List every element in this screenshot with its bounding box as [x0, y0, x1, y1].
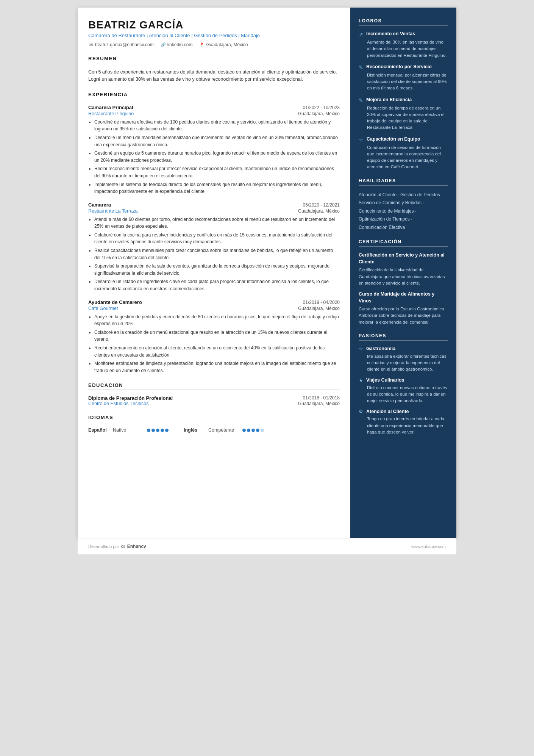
logro-title-1: Incremento en Ventas: [366, 31, 415, 36]
idioma-espanol: Español Nativo: [88, 427, 169, 433]
logro-icon-2: ✎: [359, 64, 363, 70]
candidate-subtitle: Camarera de Restaurante | Atención al Cl…: [88, 33, 340, 38]
job-title-2: Camarera: [88, 202, 111, 208]
bullet: Desarrollé un listado de ingredientes cl…: [94, 278, 340, 292]
cert-2: Curso de Maridaje de Alimentos y Vinos C…: [359, 291, 448, 326]
bullet: Desarrollé un menú de maridajes personal…: [94, 134, 340, 148]
edu-degree: Diploma de Preparación Profesional: [88, 395, 173, 401]
dot: [242, 429, 246, 432]
job-bullets-3: Apoyé en la gestión de pedidos y enero d…: [88, 313, 340, 374]
idioma-ingles: Inglés Competente: [184, 427, 264, 433]
pasion-1: ☆ Gastronomía Me apasiona explorar difer…: [359, 346, 448, 373]
job-block-1: Camarera Principal 01/2022 - 10/2023 Res…: [88, 105, 340, 195]
bullet: Supervisé la preparación de la sala de e…: [94, 263, 340, 277]
bullet: Monitoree estándares de limpieza y prese…: [94, 360, 340, 374]
edu-dates: 01/2018 - 01/2018: [303, 395, 340, 401]
edu-location: Guadalajara, México: [298, 401, 340, 406]
bullet: Recibí reconocimiento mensual por ofrece…: [94, 165, 340, 179]
edu-school: Centro de Estudios Técnicos: [88, 401, 149, 406]
pasion-title-3: Atención al Cliente: [366, 409, 409, 414]
footer-right: www.enhancv.com: [411, 544, 446, 549]
dot: [156, 429, 159, 432]
job-block-2: Camarera 05/2020 - 12/2021 Restaurante L…: [88, 202, 340, 293]
cert-text-2: Curso ofrecido por la Escuela Gastronómi…: [359, 306, 448, 326]
enhancv-brand: Enhancv: [127, 544, 146, 549]
logro-text-3: Reducción de tiempo de espera en un 20% …: [359, 105, 448, 131]
logro-text-4: Conducción de sesiones de formación que …: [359, 144, 448, 171]
pasion-icon-1: ☆: [359, 346, 363, 352]
logros-title: LOGROS: [359, 18, 448, 26]
pasion-title-1: Gastronomía: [366, 346, 395, 351]
idioma-level-espanol: Nativo: [113, 427, 143, 433]
bullet: Coordiné de manera efectiva más de 100 p…: [94, 119, 340, 133]
logro-title-2: Reconocimiento por Servicio: [366, 64, 432, 69]
idioma-name-espanol: Español: [88, 427, 109, 433]
habilidades-title: HABILIDADES: [359, 178, 448, 186]
pasion-2: ★ Viajes Culinarios Disfruto conocer nue…: [359, 377, 448, 404]
footer: Desarrollado por ∞ Enhancv www.enhancv.c…: [78, 538, 456, 554]
idioma-dots-ingles: [242, 429, 264, 432]
job-dates-2: 05/2020 - 12/2021: [303, 202, 340, 208]
job-location-3: Guadalajara, México: [298, 306, 340, 311]
logro-4: ☆ Capacitación en Equipo Conducción de s…: [359, 136, 448, 171]
footer-developed-by: Desarrollado por: [88, 544, 119, 549]
logro-text-2: Distinción mensual por alcanzar cifras d…: [359, 72, 448, 92]
header: BEATRIZ GARCÍA Camarera de Restaurante |…: [88, 19, 340, 47]
dot: [151, 429, 155, 432]
habilidad-2: Servicio de Comidas y Bebidas ·: [359, 199, 448, 207]
idioma-dots-espanol: [147, 429, 169, 432]
job-title-3: Ayudante de Camarero: [88, 299, 142, 305]
pasion-3: ⚙ Atención al Cliente Tengo un gran inte…: [359, 409, 448, 435]
idiomas-section-title: IDIOMAS: [88, 415, 340, 422]
location-icon: 📍: [199, 42, 205, 47]
contact-linkedin: 🔗 linkedin.com: [161, 42, 193, 47]
idioma-name-ingles: Inglés: [184, 427, 205, 433]
email-icon: ✉: [88, 42, 94, 47]
job-company-2: Restaurante La Terraza: [88, 208, 137, 214]
logro-3: ✎ Mejora en Eficiencia Reducción de tiem…: [359, 97, 448, 131]
enhancv-infinity-icon: ∞: [121, 543, 125, 550]
dot: [247, 429, 250, 432]
cert-1: Certificación en Servicio y Atención al …: [359, 252, 448, 286]
dot: [256, 429, 259, 432]
job-company-3: Café Gourmet: [88, 306, 118, 311]
dot: [165, 429, 169, 432]
logro-1: ↗ Incremento en Ventas Aumento del 30% e…: [359, 31, 448, 59]
job-bullets-1: Coordiné de manera efectiva más de 100 p…: [88, 119, 340, 195]
right-column: LOGROS ↗ Incremento en Ventas Aumento de…: [350, 8, 456, 538]
dot: [261, 429, 264, 432]
bullet: Colaboré en la creación de un menú estac…: [94, 329, 340, 343]
dot: [161, 429, 164, 432]
habilidad-5: Comunicación Efectiva: [359, 224, 448, 232]
job-company-1: Restaurante Pinguino: [88, 111, 134, 116]
pasion-title-2: Viajes Culinarios: [366, 377, 404, 383]
logro-icon-4: ☆: [359, 137, 364, 143]
bullet: Gestioné un equipo de 5 camareros durant…: [94, 150, 340, 164]
resume-page: BEATRIZ GARCÍA Camarera de Restaurante |…: [78, 8, 456, 538]
cert-title: CERTIFICACIÓN: [359, 239, 448, 247]
bullet: Recibí entrenamiento en atención al clie…: [94, 344, 340, 358]
footer-left: Desarrollado por ∞ Enhancv: [88, 543, 146, 550]
logro-icon-3: ✎: [359, 97, 363, 103]
pasion-text-1: Me apasiona explorar diferentes técnicas…: [359, 353, 448, 373]
logro-title-3: Mejora en Eficiencia: [366, 97, 412, 102]
bullet: Realicé capacitaciones mensuales para cr…: [94, 247, 340, 261]
idiomas-row: Español Nativo Inglés Competente: [88, 427, 340, 433]
habilidad-3: Conocimiento de Maridajes ·: [359, 207, 448, 216]
job-bullets-2: Atendí a más de 60 clientes por turno, o…: [88, 216, 340, 293]
habilidades-list: Atención al Cliente · Gestión de Pedidos…: [359, 191, 448, 232]
contact-location: 📍 Guadalajara, México: [199, 42, 248, 47]
pasion-text-3: Tengo un gran interés en brindar a cada …: [359, 416, 448, 435]
contact-email: ✉ beatriz.garcia@enhancv.com: [88, 42, 154, 47]
habilidad-1: Atención al Cliente · Gestión de Pedidos…: [359, 191, 448, 199]
logro-icon-1: ↗: [359, 31, 363, 38]
cert-text-1: Certificación de la Universidad de Guada…: [359, 267, 448, 286]
experiencia-section-title: EXPERIENCIA: [88, 92, 340, 99]
job-dates-3: 01/2019 - 04/2020: [303, 300, 340, 305]
job-title-1: Camarera Principal: [88, 105, 133, 110]
pasiones-title: PASIONES: [359, 333, 448, 341]
bullet: Atendí a más de 60 clientes por turno, o…: [94, 216, 340, 230]
pasion-text-2: Disfruto conocer nuevas culturas a travé…: [359, 385, 448, 404]
logro-title-4: Capacitación en Equipo: [367, 136, 420, 142]
job-dates-1: 01/2022 - 10/2023: [303, 105, 340, 110]
